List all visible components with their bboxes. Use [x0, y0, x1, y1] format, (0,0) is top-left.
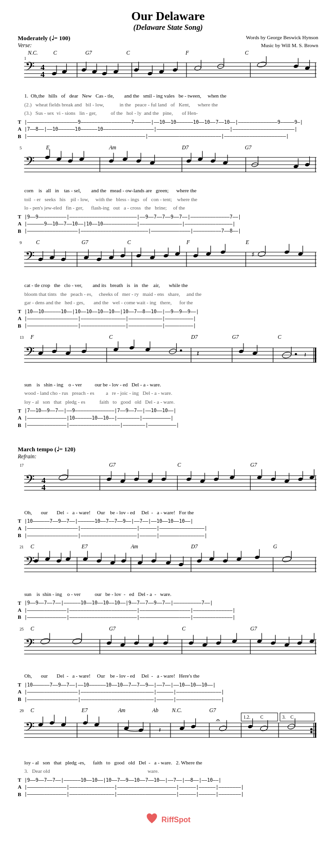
- svg-point-25: [92, 70, 97, 74]
- svg-point-276: [179, 563, 184, 567]
- lyrics-refrain-4: loy - al son that pledg -es, faith to go…: [18, 758, 318, 776]
- music-section-4: 13 F C D7 G7 C 𝄢: [18, 333, 318, 429]
- svg-point-43: [257, 61, 266, 68]
- svg-point-71: [79, 157, 84, 161]
- music-section-3: 9 C G7 C F E 𝄢: [18, 238, 318, 329]
- svg-point-87: [222, 161, 228, 165]
- lyric-line-2b: toil - er seeks his pil - low, with the …: [18, 195, 318, 204]
- svg-point-21: [62, 70, 67, 74]
- music-credit: Music by Will M. S. Brown: [246, 42, 318, 49]
- svg-text:17: 17: [20, 463, 24, 468]
- svg-point-112: [38, 257, 43, 261]
- section-header-verse: Moderately (♩= 100) Verse: Words by Geor…: [18, 34, 318, 49]
- svg-point-270: [137, 561, 143, 565]
- svg-point-307: [72, 637, 82, 644]
- svg-point-23: [81, 68, 86, 72]
- svg-point-181: [180, 350, 182, 352]
- svg-text:G7: G7: [245, 145, 252, 151]
- staff-svg-6: 21 C E7 Am D7 G 𝄢: [18, 543, 318, 588]
- lyric-line-3d: loy - al son that pledg - es faith to go…: [18, 398, 318, 406]
- svg-text:C: C: [109, 334, 113, 340]
- svg-point-333: [297, 641, 302, 645]
- lyric-refrain-3a: Oh, our Del - a - ware! Our be - lov - e…: [18, 672, 318, 680]
- svg-point-77: [136, 159, 141, 163]
- svg-point-183: [238, 350, 243, 354]
- staff-svg-5: 17 G7 C G7 𝄢 4 4: [18, 461, 318, 507]
- svg-point-128: [150, 256, 155, 260]
- lyrics-verse-3: cat - tle crop the clo - ver, and its br…: [18, 281, 318, 307]
- svg-point-120: [96, 257, 101, 261]
- svg-text:Ab: Ab: [152, 707, 158, 714]
- lyric-line-1d: sun is shin - ing o - ver our be - lov -…: [18, 380, 318, 389]
- svg-point-321: [202, 643, 207, 647]
- svg-text:C: C: [36, 239, 40, 245]
- svg-text:G7: G7: [82, 239, 89, 245]
- tab-t-line-8: T|9——9——7——7——|——————10——10——|10——7——9——…: [18, 777, 318, 784]
- tab-t-line-3: T|10——10——————10——|10——10——10——10——|10——…: [18, 308, 318, 315]
- svg-point-167: [51, 350, 57, 354]
- svg-text:♯: ♯: [251, 251, 255, 258]
- svg-point-225: [229, 475, 235, 479]
- svg-point-367: [38, 723, 43, 727]
- tab-b-line-8: B|——————————————|————————————————|——————…: [18, 791, 318, 798]
- svg-point-365: [310, 728, 313, 731]
- svg-point-284: [236, 557, 242, 561]
- tab-a-line-5: A|——————————————————|———————————————————…: [18, 525, 318, 532]
- svg-point-27: [102, 71, 107, 76]
- svg-point-136: [206, 252, 211, 256]
- svg-text:G7: G7: [109, 462, 116, 468]
- svg-point-177: [145, 348, 150, 352]
- svg-text:G7: G7: [250, 625, 257, 631]
- staff-svg-7: 25 C G7 C G7 𝄢: [18, 625, 318, 671]
- tab-b-line-4: B|——————————————|——————————————————|————…: [18, 422, 318, 429]
- svg-text:Am: Am: [118, 707, 126, 714]
- footer: RiffSpot: [18, 807, 318, 828]
- svg-point-143: [284, 250, 289, 254]
- svg-point-233: [298, 477, 303, 481]
- svg-point-130: [164, 254, 169, 258]
- svg-text:E7: E7: [81, 544, 88, 550]
- lyric-line-2c: bloom that tints the peach - es, cheeks …: [18, 290, 318, 299]
- svg-point-91: [293, 164, 299, 168]
- svg-text:𝄢: 𝄢: [25, 473, 35, 489]
- tab-b-line-3: B|——————————————————|————————————————|——…: [18, 322, 318, 329]
- svg-point-171: [81, 350, 86, 354]
- lyric-line-2d: wood - land cho - rus preach - es a re -…: [18, 389, 318, 398]
- svg-point-229: [271, 477, 276, 481]
- svg-point-73: [108, 159, 114, 163]
- staff-svg-8: 29 C E7 Am Ab N.C. G7 1.2. C 3. C: [18, 707, 318, 756]
- svg-point-189: [295, 353, 297, 356]
- lyrics-refrain-2: sun is shin - ing o - ver our be - lov -…: [18, 590, 318, 599]
- svg-text:G7: G7: [85, 50, 92, 56]
- svg-point-384: [191, 725, 196, 729]
- tab-t-line-4: T|7——10——9——7——|——9——————————————|7——9——…: [18, 407, 318, 414]
- svg-point-85: [210, 159, 215, 163]
- tempo-refrain: March tempo (♩= 120) Refrain:: [18, 446, 318, 460]
- svg-point-266: [110, 561, 115, 565]
- svg-text:C: C: [182, 625, 186, 631]
- music-section-2: 5 E Am D7 G7 𝄢: [18, 144, 318, 235]
- tab-a-line: A|7——8——|——10——————10——————10———————————…: [18, 126, 318, 133]
- svg-point-31: [134, 68, 139, 72]
- svg-point-268: [121, 559, 126, 563]
- tab-block-6: T|9——9——7——7——|——————10——10——10——10——|9—…: [18, 600, 318, 621]
- tab-a-line-6: A|——————————————|———————————————————————…: [18, 607, 318, 614]
- svg-text:𝄐: 𝄐: [216, 716, 220, 724]
- svg-point-45: [293, 64, 299, 69]
- svg-point-391: [260, 725, 268, 731]
- svg-point-371: [61, 723, 66, 727]
- svg-text:Am: Am: [108, 145, 116, 151]
- svg-text:C: C: [278, 334, 281, 340]
- svg-point-317: [163, 641, 168, 645]
- svg-point-69: [68, 159, 73, 163]
- svg-point-33: [147, 71, 152, 76]
- svg-text:C: C: [53, 50, 57, 56]
- lyric-line-3b: lo - pen's jew-eled fin - ger, flash-ing…: [18, 203, 318, 212]
- svg-point-389: [248, 725, 253, 729]
- svg-point-211: [120, 479, 125, 483]
- svg-point-331: [284, 643, 289, 647]
- svg-point-260: [65, 557, 71, 561]
- svg-point-79: [150, 161, 155, 165]
- page: Our Delaware (Delaware State Song) Moder…: [0, 0, 336, 856]
- svg-point-145: [298, 252, 303, 256]
